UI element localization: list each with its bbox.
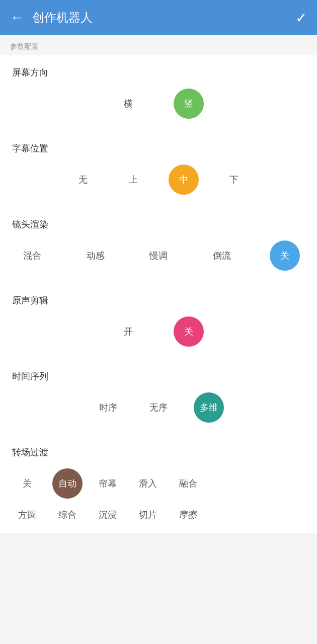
orientation-option-horizontal[interactable]: 横: [113, 98, 143, 110]
subtitle-position-group: 字幕位置 无 上 中 下: [12, 131, 305, 207]
transition-option-friction[interactable]: 摩擦: [173, 509, 203, 521]
lens-option-mix[interactable]: 混合: [17, 250, 47, 262]
transition-option-off[interactable]: 关: [12, 477, 42, 490]
lens-option-off[interactable]: 关: [270, 240, 300, 271]
transition-row2: 方圆 综合 沉浸 切片 摩擦: [12, 509, 305, 521]
orientation-option-vertical[interactable]: 竖: [174, 89, 204, 119]
subtitle-option-middle[interactable]: 中: [169, 165, 199, 195]
transition-option-round[interactable]: 方圆: [12, 509, 42, 521]
audio-edit-title: 原声剪辑: [12, 294, 305, 306]
lens-option-slow[interactable]: 慢调: [143, 250, 174, 262]
subtitle-option-none[interactable]: 无: [68, 174, 98, 186]
lens-render-group: 镜头渲染 混合 动感 慢调 倒流 关: [12, 207, 305, 283]
lens-render-row: 混合 动感 慢调 倒流 关: [12, 240, 305, 271]
audio-option-off[interactable]: 关: [174, 316, 204, 347]
timeline-option-random[interactable]: 无序: [143, 401, 174, 414]
screen-orientation-group: 屏幕方向 横 竖: [12, 55, 305, 131]
page-title: 创作机器人: [32, 10, 295, 26]
timeline-option-sequential[interactable]: 时序: [93, 401, 123, 414]
subtitle-option-top[interactable]: 上: [118, 174, 148, 186]
transition-group: 转场过渡 关 自动 帘幕 滑入 融合 方圆 综合 沉浸 切片 摩擦: [12, 435, 305, 533]
lens-option-dynamic[interactable]: 动感: [81, 250, 111, 262]
timeline-option-multi[interactable]: 多维: [194, 392, 224, 423]
settings-card: 屏幕方向 横 竖 字幕位置 无 上 中 下 镜头渲染 混合 动感 慢调 倒流 关…: [0, 55, 317, 533]
transition-option-cut[interactable]: 切片: [133, 509, 163, 521]
transition-title: 转场过渡: [12, 446, 305, 458]
subtitle-position-title: 字幕位置: [12, 142, 305, 154]
back-button[interactable]: ←: [10, 10, 24, 26]
audio-edit-row: 开 关: [12, 316, 305, 347]
transition-option-immersive[interactable]: 沉浸: [93, 509, 123, 521]
section-label: 参数配置: [0, 35, 317, 55]
screen-orientation-title: 屏幕方向: [12, 66, 305, 78]
timeline-title: 时间序列: [12, 370, 305, 382]
audio-option-on[interactable]: 开: [113, 326, 143, 338]
subtitle-option-bottom[interactable]: 下: [219, 174, 249, 186]
transition-row1: 关 自动 帘幕 滑入 融合: [12, 468, 305, 499]
transition-option-composite[interactable]: 综合: [52, 509, 83, 521]
transition-option-blend[interactable]: 融合: [173, 477, 203, 490]
timeline-row: 时序 无序 多维: [12, 392, 305, 423]
screen-orientation-row: 横 竖: [12, 89, 305, 119]
transition-option-auto[interactable]: 自动: [52, 468, 83, 499]
app-header: ← 创作机器人 ✓: [0, 0, 317, 35]
lens-render-title: 镜头渲染: [12, 218, 305, 230]
subtitle-position-row: 无 上 中 下: [12, 165, 305, 195]
transition-option-curtain[interactable]: 帘幕: [93, 477, 123, 490]
audio-edit-group: 原声剪辑 开 关: [12, 283, 305, 359]
confirm-button[interactable]: ✓: [295, 10, 307, 26]
timeline-group: 时间序列 时序 无序 多维: [12, 359, 305, 435]
transition-option-slide[interactable]: 滑入: [133, 477, 163, 490]
lens-option-reverse[interactable]: 倒流: [207, 250, 237, 262]
